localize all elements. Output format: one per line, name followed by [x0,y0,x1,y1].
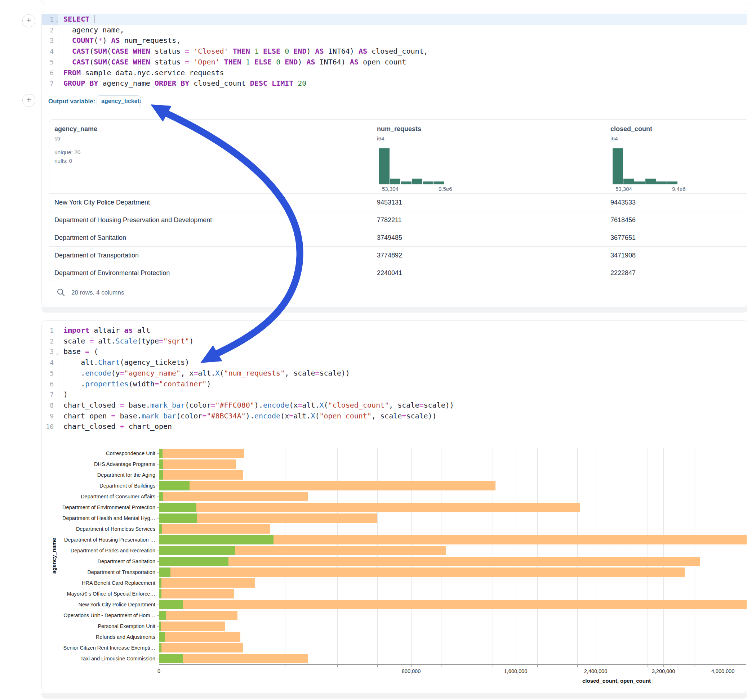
y-axis-tick [157,659,159,659]
table-row: Department of Transportation377489234719… [49,246,747,264]
bar-closed-count [159,524,270,534]
column-header[interactable]: num_requests [377,125,421,133]
y-axis-label: Department of Health and Mental Hyg… [42,515,155,521]
code-line: 4 CAST(SUM(CASE WHEN status = 'Closed' T… [42,46,747,57]
y-axis-tick [157,605,159,605]
line-number: 6 [42,379,58,389]
y-axis-label: Department of Transportation [42,569,155,575]
gridline [493,448,493,664]
x-axis-tick [679,665,679,667]
x-axis-tick-label: 3,200,000 [638,668,689,674]
x-axis-tick [596,665,596,667]
sql-code-editor[interactable]: 1⌄SELECT 2 agency_name,3 COUNT(*) AS num… [42,14,747,89]
add-cell-button-output[interactable]: + [22,94,35,107]
code-line: 3 COUNT(*) AS num_requests, [42,35,747,46]
y-axis-tick [157,529,159,530]
y-axis-tick [157,583,159,583]
x-axis-tick-label: 0 [134,668,184,674]
table-cell: Department of Transportation [54,252,139,259]
gridline [377,448,378,664]
search-icon[interactable] [56,288,66,297]
column-type: i64 [611,136,618,142]
column-stat: nulls: 0 [54,158,72,164]
x-axis-tick [285,665,286,667]
gridline [614,448,614,664]
bar-open-count [159,503,197,512]
y-axis-tick [157,496,159,497]
y-axis-tick [157,594,159,594]
code-line: 6 .properties(width="container") [42,379,747,389]
bar-closed-count [159,470,243,480]
bar-open-count [159,654,183,663]
y-axis-label: Senior Citizen Rent Increase Exempti… [42,644,155,651]
line-number: 3⌄ [42,346,58,357]
bar-open-count [159,622,161,631]
y-axis-tick [157,540,159,540]
gridline [441,448,442,664]
line-number: 1⌄ [42,14,58,25]
x-axis-tick [411,665,411,667]
code-line: 7GROUP BY agency_name ORDER BY closed_co… [42,78,747,89]
gridline [411,448,411,664]
bar-open-count [159,470,163,480]
text-cursor [94,15,94,23]
y-axis-tick [157,616,159,616]
bar-open-count [159,589,162,599]
y-axis-label: Department of Consumer Affairs [42,493,155,500]
y-axis-label: Refunds and Adjustments [42,634,155,640]
bar-open-count [159,611,166,620]
line-number: 5 [42,368,58,379]
column-histogram [612,148,677,184]
histogram-min-label: 53,304 [615,186,632,192]
gridline [468,448,468,664]
python-cell-shadow [41,693,747,698]
bar-open-count [159,567,171,577]
line-number: 3 [42,35,58,46]
column-header[interactable]: closed_count [611,125,652,133]
y-axis-tick [157,486,159,486]
y-axis-label: Mayorâ€ s Office of Special Enforce… [42,591,155,597]
y-axis-tick [157,464,159,465]
y-axis-label: Department of Sanitation [42,558,155,564]
histogram-max-label: 9.4e6 [672,186,686,192]
divider [42,111,747,111]
x-axis-tick [468,665,468,667]
y-axis-label: HRA Benefit Card Replacement [42,580,155,586]
divider [42,94,747,94]
gridline [737,448,737,664]
line-number: 8 [42,400,58,411]
x-axis-tick [516,665,516,667]
bar-closed-count [159,492,308,501]
add-cell-button-top[interactable]: + [22,14,35,27]
bar-open-count [159,459,163,469]
y-axis-tick [157,551,159,551]
y-axis-tick [157,561,159,562]
line-number: 7 [42,78,58,89]
code-line: 9chart_open = base.mark_bar(color="#8BC3… [42,411,747,422]
column-header[interactable]: agency_name [54,125,97,133]
table-row: Department of Housing Preservation and D… [49,211,747,229]
histogram-max-label: 9.5e6 [439,186,452,192]
bar-open-count [159,643,162,652]
bar-closed-count [159,459,236,469]
line-number: 7 [42,389,58,400]
line-number: 9 [42,411,58,422]
notebook-page: + + 1⌄SELECT 2 agency_name,3 COUNT(*) AS… [0,0,747,700]
table-cell: New York City Police Department [54,199,150,206]
y-axis-tick [157,626,159,626]
y-axis-label: Correspondence Unit [42,450,155,457]
gridline [596,448,596,664]
x-axis-tick [709,665,709,667]
bar-closed-count [159,578,255,588]
x-axis-tick [377,665,378,667]
output-variable-pill[interactable]: agency_tickets [97,95,141,107]
bar-open-count [159,449,163,458]
y-axis-label: Department of Parks and Recreation [42,547,155,554]
bar-open-count [159,546,235,555]
y-axis-label: Taxi and Limousine Commission [42,655,155,662]
table-cell: Department of Environmental Protection [54,269,170,277]
gridline [647,448,648,664]
code-line: 6FROM sample_data.nyc.service_requests [42,68,747,78]
python-code-editor[interactable]: 1import altair as alt2scale = alt.Scale(… [42,325,747,432]
code-line: 4 alt.Chart(agency_tickets) [42,357,747,368]
